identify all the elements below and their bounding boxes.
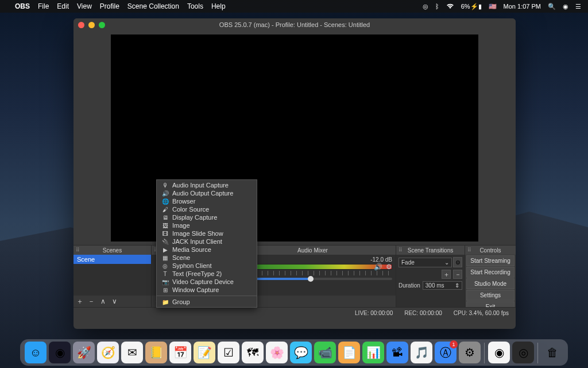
window-titlebar[interactable]: OBS 25.0.7 (mac) - Profile: Untitled - S… <box>74 18 516 31</box>
stepper-icon[interactable]: ⇕ <box>455 282 459 289</box>
menu-tools[interactable]: Tools <box>187 2 203 10</box>
transition-settings-icon[interactable]: ⚙ <box>453 257 462 267</box>
source-type-label: Syphon Client <box>172 262 212 269</box>
mixer-mute-icon[interactable]: 🔊 <box>374 263 382 271</box>
menu-file[interactable]: File <box>38 2 49 10</box>
source-type-item[interactable]: ▦Scene <box>157 254 257 262</box>
input-flag-icon[interactable]: 🇺🇸 <box>489 3 497 10</box>
menu-help[interactable]: Help <box>211 2 226 10</box>
source-type-item[interactable]: 🔊Audio Output Capture <box>157 189 257 197</box>
dock-messages-icon[interactable]: 💬 <box>290 342 312 363</box>
dock-reminders-icon[interactable]: ☑ <box>218 342 239 363</box>
dock-calendar-icon[interactable]: 📅 <box>169 342 191 363</box>
dock-safari-icon[interactable]: 🧭 <box>97 342 119 363</box>
dock-mail-icon[interactable]: ✉ <box>121 342 143 363</box>
source-type-label: Video Capture Device <box>172 278 234 285</box>
window-close-button[interactable] <box>78 22 84 28</box>
obs-tray-icon[interactable]: ◎ <box>423 3 428 10</box>
play-icon: ▶ <box>161 247 169 253</box>
dock-preferences-icon[interactable]: ⚙ <box>459 342 481 363</box>
dock-appstore-icon[interactable]: Ⓐ1 <box>435 342 457 363</box>
dock-obs-icon[interactable]: ◎ <box>512 342 534 363</box>
panel-grip-icon[interactable]: ⠿ <box>76 247 80 253</box>
menu-profile[interactable]: Profile <box>100 2 119 10</box>
folder-icon: 📁 <box>161 299 169 305</box>
dock-finder-icon[interactable]: ☺ <box>25 342 47 363</box>
notification-center-icon[interactable]: ☰ <box>575 3 581 10</box>
dock-pages-icon[interactable]: 📄 <box>338 342 360 363</box>
duration-input[interactable]: 300 ms⇕ <box>423 281 462 290</box>
dock-launchpad-icon[interactable]: 🚀 <box>73 342 95 363</box>
dock-numbers-icon[interactable]: 📊 <box>362 342 384 363</box>
source-type-label: Scene <box>172 254 190 261</box>
battery-status[interactable]: 6% ⚡▮ <box>461 3 482 10</box>
clock[interactable]: Mon 1:07 PM <box>504 3 541 10</box>
source-type-item[interactable]: 🌐Browser <box>157 197 257 205</box>
scene-icon: ▦ <box>161 255 169 261</box>
siri-menubar-icon[interactable]: ◉ <box>563 3 568 10</box>
dock-photos-icon[interactable]: 🌸 <box>266 342 288 363</box>
controls-panel: ⠿Controls Start Streaming Start Recordin… <box>465 246 516 307</box>
source-type-label: Image <box>172 222 190 229</box>
menu-scene-collection[interactable]: Scene Collection <box>127 2 179 10</box>
source-type-item[interactable]: 🖥Display Capture <box>157 213 257 221</box>
source-type-label: Audio Output Capture <box>172 190 233 197</box>
scene-up-button[interactable]: ∧ <box>99 297 107 305</box>
source-type-item[interactable]: ◎Syphon Client <box>157 262 257 270</box>
source-type-group[interactable]: 📁Group <box>157 298 257 306</box>
camera-icon: 📷 <box>161 279 169 285</box>
wifi-icon[interactable] <box>446 3 454 9</box>
syphon-icon: ◎ <box>161 263 169 269</box>
bluetooth-icon[interactable]: ᛒ <box>435 3 439 10</box>
source-type-item[interactable]: TText (FreeType 2) <box>157 270 257 278</box>
panel-grip-icon[interactable]: ⠿ <box>399 247 403 253</box>
remove-scene-button[interactable]: － <box>87 297 95 306</box>
window-zoom-button[interactable] <box>99 22 105 28</box>
menu-view[interactable]: View <box>77 2 92 10</box>
source-type-item[interactable]: 📷Video Capture Device <box>157 278 257 286</box>
badge: 1 <box>450 340 458 348</box>
dock-separator <box>537 343 538 363</box>
mixer-settings-icon[interactable]: ⚙ <box>386 263 392 271</box>
settings-button[interactable]: Settings <box>466 290 514 301</box>
window-minimize-button[interactable] <box>88 22 95 28</box>
start-streaming-button[interactable]: Start Streaming <box>466 255 514 266</box>
dock-trash-icon[interactable]: 🗑 <box>541 342 563 363</box>
source-type-label: Media Source <box>172 246 211 253</box>
source-type-item[interactable]: 🎞Image Slide Show <box>157 229 257 237</box>
dock-siri-icon[interactable]: ◉ <box>49 342 71 363</box>
mixer-db-value: -12.0 dB <box>370 256 392 263</box>
source-type-label: Text (FreeType 2) <box>172 270 222 277</box>
transition-remove-button[interactable]: － <box>453 270 462 279</box>
speaker-icon: 🔊 <box>161 190 169 197</box>
source-type-label: Window Capture <box>172 286 219 293</box>
dock-facetime-icon[interactable]: 📹 <box>314 342 336 363</box>
add-scene-button[interactable]: ＋ <box>76 297 84 306</box>
transition-add-button[interactable]: ＋ <box>442 270 451 279</box>
spotlight-icon[interactable]: 🔍 <box>548 3 556 10</box>
app-name[interactable]: OBS <box>15 2 30 10</box>
source-type-item[interactable]: 🖌Color Source <box>157 205 257 213</box>
dock-itunes-icon[interactable]: 🎵 <box>411 342 432 363</box>
source-type-item[interactable]: 🎙Audio Input Capture <box>157 181 257 189</box>
mixer-title: Audio Mixer <box>297 247 328 254</box>
studio-mode-button[interactable]: Studio Mode <box>466 278 514 289</box>
exit-button[interactable]: Exit <box>466 301 514 307</box>
source-type-item[interactable]: 🖼Image <box>157 221 257 229</box>
menu-edit[interactable]: Edit <box>57 2 69 10</box>
source-type-label: Color Source <box>172 206 209 213</box>
dock-keynote-icon[interactable]: 📽 <box>386 342 408 363</box>
scene-down-button[interactable]: ∨ <box>110 297 118 305</box>
dock-maps-icon[interactable]: 🗺 <box>242 342 264 363</box>
dock-contacts-icon[interactable]: 📒 <box>145 342 167 363</box>
source-type-item[interactable]: ▶Media Source <box>157 246 257 254</box>
source-type-item[interactable]: 🔌JACK Input Client <box>157 237 257 246</box>
globe-icon: 🌐 <box>161 198 169 205</box>
dock-notes-icon[interactable]: 📝 <box>194 342 215 363</box>
transition-select[interactable]: Fade⌄ <box>399 258 452 267</box>
source-type-item[interactable]: ⊞Window Capture <box>157 286 257 294</box>
scene-item[interactable]: Scene <box>74 255 151 264</box>
dock-chrome-icon[interactable]: ◉ <box>488 342 510 363</box>
panel-grip-icon[interactable]: ⠿ <box>467 247 471 253</box>
start-recording-button[interactable]: Start Recording <box>466 267 514 278</box>
